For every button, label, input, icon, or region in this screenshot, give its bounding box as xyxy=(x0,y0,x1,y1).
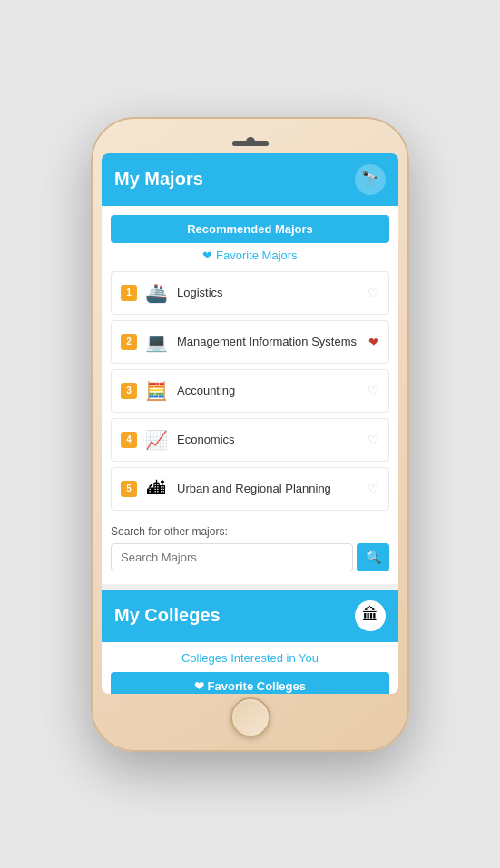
major-item[interactable]: 5 🏙 Urban and Regional Planning ♡ xyxy=(111,467,389,511)
my-majors-icon-button[interactable]: 🔭 xyxy=(355,164,386,195)
phone-top-bar xyxy=(102,128,398,153)
camera-icon xyxy=(246,137,255,146)
search-tools-icon: 🔭 xyxy=(361,171,379,188)
my-majors-title: My Majors xyxy=(114,169,203,190)
major-icon: 🧮 xyxy=(142,377,170,405)
major-name: Urban and Regional Planning xyxy=(177,482,368,495)
major-item[interactable]: 4 📈 Economics ♡ xyxy=(111,418,389,462)
university-icon: 🏛 xyxy=(362,606,378,625)
major-rank-badge: 1 xyxy=(121,285,137,301)
major-item[interactable]: 2 💻 Management Information Systems ❤ xyxy=(111,320,389,364)
major-item[interactable]: 1 🚢 Logistics ♡ xyxy=(111,271,389,315)
heart-icon[interactable]: ❤ xyxy=(368,335,379,349)
my-majors-header: My Majors 🔭 xyxy=(102,153,398,206)
my-colleges-title: My Colleges xyxy=(114,605,221,626)
major-icon: 📈 xyxy=(142,426,170,454)
favorite-colleges-button[interactable]: ❤ Favorite Colleges xyxy=(111,672,389,694)
heart-icon[interactable]: ♡ xyxy=(368,433,379,447)
major-icon: 🚢 xyxy=(142,279,170,307)
major-name: Management Information Systems xyxy=(177,335,368,348)
recommended-majors-button[interactable]: Recommended Majors xyxy=(111,215,389,243)
my-colleges-section: My Colleges 🏛 Colleges Interested in You… xyxy=(102,590,398,694)
major-name: Logistics xyxy=(177,286,368,299)
heart-icon[interactable]: ♡ xyxy=(368,286,379,300)
major-icon: 💻 xyxy=(142,328,170,356)
my-colleges-icon-button[interactable]: 🏛 xyxy=(355,600,386,631)
major-name: Economics xyxy=(177,433,368,446)
search-row: 🔍 xyxy=(111,543,389,571)
search-button[interactable]: 🔍 xyxy=(357,543,389,571)
major-item[interactable]: 3 🧮 Accounting ♡ xyxy=(111,369,389,413)
home-button[interactable] xyxy=(230,697,270,737)
my-colleges-header: My Colleges 🏛 xyxy=(102,590,398,642)
my-colleges-body: Colleges Interested in You ❤ Favorite Co… xyxy=(102,642,398,694)
search-input[interactable] xyxy=(111,543,353,571)
major-rank-badge: 2 xyxy=(121,334,137,350)
colleges-interested-link[interactable]: Colleges Interested in You xyxy=(111,651,389,665)
major-rank-badge: 5 xyxy=(121,481,137,497)
major-rank-badge: 3 xyxy=(121,383,137,399)
favorite-majors-link[interactable]: ❤ Favorite Majors xyxy=(111,249,389,262)
major-rank-badge: 4 xyxy=(121,432,137,448)
heart-icon[interactable]: ♡ xyxy=(368,384,379,398)
majors-list: 1 🚢 Logistics ♡ 2 💻 Management Informati… xyxy=(111,271,389,511)
phone-shell: My Majors 🔭 Recommended Majors ❤ Favorit… xyxy=(91,117,409,752)
major-icon: 🏙 xyxy=(142,475,170,502)
my-majors-section: My Majors 🔭 Recommended Majors ❤ Favorit… xyxy=(102,153,398,584)
heart-icon[interactable]: ♡ xyxy=(368,482,379,496)
major-name: Accounting xyxy=(177,384,368,397)
search-label: Search for other majors: xyxy=(111,525,389,538)
phone-screen: My Majors 🔭 Recommended Majors ❤ Favorit… xyxy=(102,153,398,694)
my-majors-body: Recommended Majors ❤ Favorite Majors 1 🚢… xyxy=(102,206,398,584)
search-section: Search for other majors: 🔍 xyxy=(111,516,389,575)
phone-bottom-bar xyxy=(102,694,398,741)
search-icon: 🔍 xyxy=(366,550,381,564)
